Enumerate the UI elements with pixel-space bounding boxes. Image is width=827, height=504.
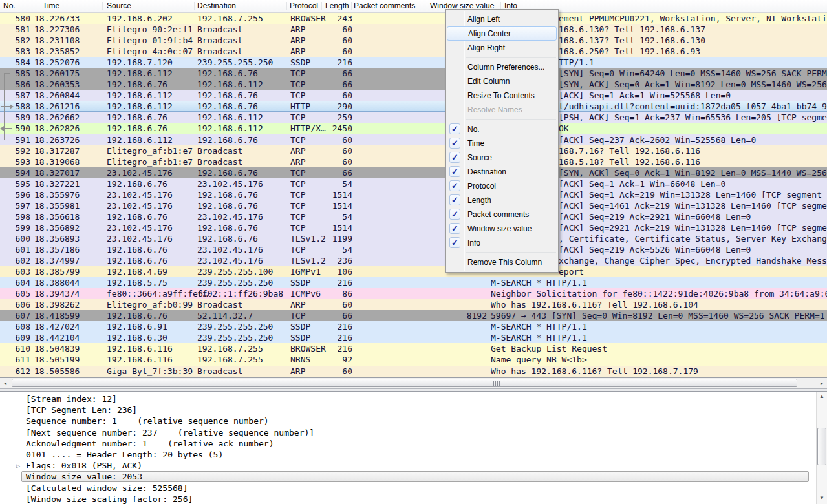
- menu-item-source[interactable]: ✓Source: [447, 151, 557, 165]
- column-header-protocol[interactable]: Protocol: [290, 0, 318, 12]
- vertical-scrollbar-thumb[interactable]: [817, 428, 826, 465]
- packet-row-612[interactable]: 61218.505586Giga-Byt_7f:3b:39BroadcastAR…: [0, 366, 827, 377]
- detail-line[interactable]: [Window size scaling factor: 256]: [0, 494, 827, 504]
- detail-line[interactable]: [Next sequence number: 237 (relative seq…: [0, 427, 827, 438]
- cell-info: 168.7.16? Tell 192.168.6.116: [559, 145, 827, 156]
- cell-len: 60: [309, 35, 352, 46]
- cell-len: 54: [309, 211, 352, 222]
- menu-item-window-size-value[interactable]: ✓Window size value: [447, 222, 557, 236]
- cell-len: 1514: [309, 200, 352, 211]
- packet-row-584[interactable]: 58418.252076192.168.7.120239.255.255.250…: [0, 57, 827, 68]
- packet-row-596[interactable]: 59618.35597623.102.45.176192.168.6.76TCP…: [0, 189, 827, 200]
- detail-line[interactable]: Acknowledgment number: 1 (relative ack n…: [0, 438, 827, 449]
- cell-dst: 239.255.255.250: [197, 332, 273, 343]
- packet-row-591[interactable]: 59118.263726192.168.6.112192.168.6.76TCP…: [0, 134, 827, 145]
- menu-item-align-right[interactable]: Align Right: [447, 41, 557, 55]
- packet-row-580[interactable]: 58018.226733192.168.6.202192.168.7.255BR…: [0, 13, 827, 24]
- packet-row-592[interactable]: 59218.317287Elitegro_af:b1:e7BroadcastAR…: [0, 145, 827, 156]
- scroll-right-button[interactable]: ▸: [817, 379, 827, 388]
- packet-row-583[interactable]: 58318.235852Elitegro_4a:0c:07BroadcastAR…: [0, 46, 827, 57]
- cell-src: Elitegro_af:b0:99: [107, 299, 193, 310]
- menu-item-info[interactable]: ✓Info: [447, 236, 557, 250]
- cell-info: [ACK] Seq=2921 Ack=219 Win=131328 Len=14…: [559, 222, 827, 233]
- packet-row-603[interactable]: 60318.385799192.168.4.69239.255.255.100I…: [0, 266, 827, 277]
- menu-item-label: Destination: [467, 167, 506, 176]
- packet-row-587[interactable]: 58718.260844192.168.6.112192.168.6.76TCP…: [0, 90, 827, 101]
- scroll-up-button[interactable]: ▲: [817, 392, 827, 402]
- packet-row-597[interactable]: 59718.35598123.102.45.176192.168.6.76TCP…: [0, 200, 827, 211]
- cell-dst: Broadcast: [197, 299, 242, 310]
- column-header-packet-comments[interactable]: Packet comments: [354, 0, 415, 12]
- cell-no: 597: [0, 200, 30, 211]
- cell-src: Elitegro_af:b1:e7: [107, 156, 193, 167]
- packet-row-588[interactable]: 58818.261216192.168.6.112192.168.6.76HTT…: [0, 101, 827, 112]
- column-header-source[interactable]: Source: [107, 0, 131, 12]
- horizontal-scrollbar[interactable]: ◂ ▸: [0, 377, 827, 388]
- packet-row-598[interactable]: 59818.356618192.168.6.7623.102.45.176TCP…: [0, 211, 827, 222]
- column-resize-handle[interactable]: [194, 2, 195, 10]
- menu-item-align-left[interactable]: Align Left: [447, 12, 557, 26]
- cell-src: 192.168.7.120: [107, 57, 173, 68]
- column-resize-handle[interactable]: [102, 2, 103, 10]
- detail-line[interactable]: ▷Flags: 0x018 (PSH, ACK): [0, 460, 827, 471]
- packet-row-582[interactable]: 58218.231108Elitegro_01:9f:b4BroadcastAR…: [0, 35, 827, 46]
- scroll-down-button[interactable]: ▼: [817, 493, 827, 503]
- menu-item-destination[interactable]: ✓Destination: [447, 165, 557, 179]
- expander-icon[interactable]: ▷: [16, 460, 20, 471]
- detail-line[interactable]: [Stream index: 12]: [0, 394, 827, 404]
- menu-item-align-center[interactable]: Align Center: [447, 26, 557, 41]
- packet-row-594[interactable]: 59418.32701723.102.45.176192.168.6.76TCP…: [0, 167, 827, 178]
- packet-row-595[interactable]: 59518.327221192.168.6.7623.102.45.176TCP…: [0, 178, 827, 189]
- column-resize-handle[interactable]: [427, 2, 427, 10]
- horizontal-scrollbar-thumb[interactable]: [12, 379, 797, 387]
- menu-item-no[interactable]: ✓No.: [447, 122, 557, 136]
- packet-row-608[interactable]: 60818.427024192.168.6.91239.255.255.250S…: [0, 321, 827, 332]
- menu-item-column-preferences[interactable]: Column Preferences...: [447, 60, 557, 74]
- packet-row-602[interactable]: 60218.374997192.168.6.7623.102.45.176TLS…: [0, 255, 827, 266]
- menu-item-packet-comments[interactable]: ✓Packet comments: [447, 207, 557, 222]
- vertical-scrollbar[interactable]: ▲ ▼: [816, 392, 827, 504]
- packet-row-604[interactable]: 60418.388044192.168.5.75239.255.255.250S…: [0, 277, 827, 288]
- cell-dst: 239.255.255.250: [197, 277, 273, 288]
- packet-row-593[interactable]: 59318.319068Elitegro_af:b1:e7BroadcastAR…: [0, 156, 827, 167]
- packet-row-609[interactable]: 60918.442104192.168.6.30239.255.255.250S…: [0, 332, 827, 343]
- packet-row-601[interactable]: 60118.357186192.168.6.7623.102.45.176TCP…: [0, 244, 827, 255]
- detail-line[interactable]: [TCP Segment Len: 236]: [0, 404, 827, 415]
- packet-row-581[interactable]: 58118.227306Elitegro_90:2e:f1BroadcastAR…: [0, 24, 827, 35]
- detail-line[interactable]: Window size value: 2053: [0, 471, 827, 482]
- conversation-bracket-bottom: [5, 140, 10, 140]
- column-resize-handle[interactable]: [39, 2, 39, 10]
- detail-line[interactable]: [Calculated window size: 525568]: [0, 483, 827, 494]
- cell-src: 192.168.6.76: [107, 123, 167, 134]
- column-header-destination[interactable]: Destination: [197, 0, 236, 12]
- packet-row-611[interactable]: 61118.505199192.168.6.116192.168.7.255NB…: [0, 354, 827, 365]
- menu-item-protocol[interactable]: ✓Protocol: [447, 179, 557, 193]
- packet-row-589[interactable]: 58918.262662192.168.6.76192.168.6.112TCP…: [0, 112, 827, 123]
- column-header-no[interactable]: No.: [3, 0, 16, 12]
- detail-line[interactable]: Sequence number: 1 (relative sequence nu…: [0, 415, 827, 426]
- packet-row-600[interactable]: 60018.35689323.102.45.176192.168.6.76TLS…: [0, 233, 827, 244]
- menu-item-edit-column[interactable]: Edit Column: [447, 74, 557, 89]
- column-resize-handle[interactable]: [351, 2, 352, 10]
- menu-item-time[interactable]: ✓Time: [447, 136, 557, 151]
- packet-row-585[interactable]: 58518.260175192.168.6.112192.168.6.76TCP…: [0, 68, 827, 79]
- menu-item-length[interactable]: ✓Length: [447, 193, 557, 207]
- cell-no: 581: [0, 24, 30, 35]
- packet-row-606[interactable]: 60618.398262Elitegro_af:b0:99BroadcastAR…: [0, 299, 827, 310]
- packet-row-605[interactable]: 60518.394374fe80::3664:a9ff:fe6…ff02::1:…: [0, 288, 827, 299]
- column-resize-handle[interactable]: [321, 2, 322, 10]
- menu-item-remove-this-column[interactable]: Remove This Column: [447, 255, 557, 269]
- packet-row-586[interactable]: 58618.260353192.168.6.76192.168.6.112TCP…: [0, 79, 827, 90]
- cell-time: 18.427024: [34, 321, 80, 332]
- column-header-time[interactable]: Time: [43, 0, 59, 12]
- cell-len: 60: [309, 24, 352, 35]
- packet-row-610[interactable]: 61018.504839192.168.6.116192.168.7.255BR…: [0, 343, 827, 354]
- packet-row-590[interactable]: 59018.262826192.168.6.76192.168.6.112HTT…: [0, 123, 827, 134]
- detail-line[interactable]: 0101 .... = Header Length: 20 bytes (5): [0, 449, 827, 460]
- column-resize-handle[interactable]: [286, 2, 287, 10]
- packet-row-607[interactable]: 60718.418599192.168.6.7652.114.32.7TCP66…: [0, 310, 827, 321]
- menu-item-resize-to-contents[interactable]: Resize To Contents: [447, 89, 557, 103]
- column-header-length[interactable]: Length: [325, 0, 349, 12]
- scroll-left-button[interactable]: ◂: [0, 379, 10, 388]
- packet-row-599[interactable]: 59918.35689223.102.45.176192.168.6.76TCP…: [0, 222, 827, 233]
